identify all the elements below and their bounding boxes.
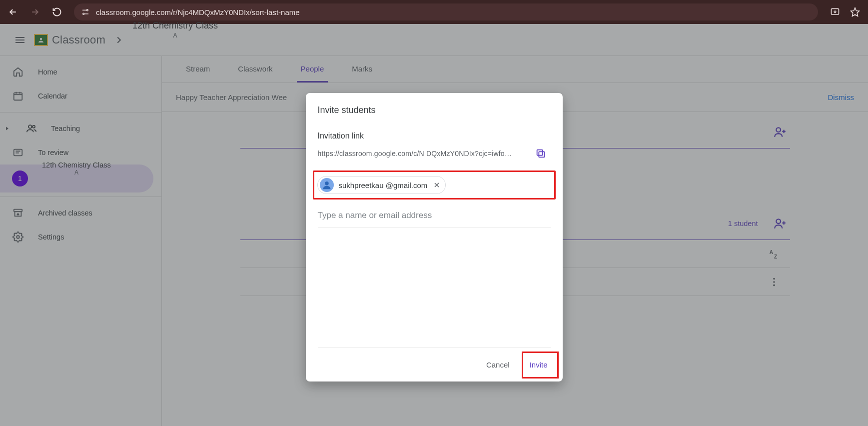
browser-back-button[interactable] — [4, 3, 22, 21]
chip-avatar-icon — [320, 178, 334, 192]
invitation-link-label: Invitation link — [318, 132, 551, 140]
copy-link-button[interactable] — [531, 144, 551, 164]
cancel-button[interactable]: Cancel — [477, 354, 519, 374]
email-input[interactable]: Type a name or email address — [318, 204, 551, 228]
dialog-spacer — [318, 228, 551, 348]
browser-url: classroom.google.com/r/Njc4MDQxMzY0NDIx/… — [96, 8, 300, 16]
chip-email: sukhpreetkau @gmail.com — [339, 181, 428, 190]
install-app-icon[interactable] — [826, 3, 844, 21]
svg-rect-19 — [537, 150, 542, 156]
bookmark-star-icon[interactable] — [846, 3, 864, 21]
svg-point-1 — [83, 13, 84, 14]
browser-forward-button — [26, 3, 44, 21]
chip-remove-button[interactable] — [432, 180, 441, 190]
site-settings-icon[interactable] — [81, 8, 90, 16]
invite-students-dialog: Invite students Invitation link https://… — [306, 93, 563, 382]
dialog-title: Invite students — [318, 105, 551, 116]
browser-omnibox[interactable]: classroom.google.com/r/Njc4MDQxMzY0NDIx/… — [74, 4, 818, 20]
svg-rect-18 — [539, 152, 544, 157]
email-chip[interactable]: sukhpreetkau @gmail.com — [317, 176, 446, 194]
browser-reload-button[interactable] — [48, 3, 66, 21]
email-input-placeholder: Type a name or email address — [318, 210, 432, 220]
invite-highlight-box — [522, 352, 559, 378]
browser-toolbar: classroom.google.com/r/Njc4MDQxMzY0NDIx/… — [0, 0, 868, 24]
svg-point-20 — [325, 182, 329, 186]
svg-point-0 — [86, 10, 88, 11]
invitation-link-url: https://classroom.google.com/c/N DQxMzY0… — [318, 150, 519, 158]
chip-highlight-box: sukhpreetkau @gmail.com — [313, 170, 556, 200]
svg-marker-3 — [851, 8, 860, 16]
